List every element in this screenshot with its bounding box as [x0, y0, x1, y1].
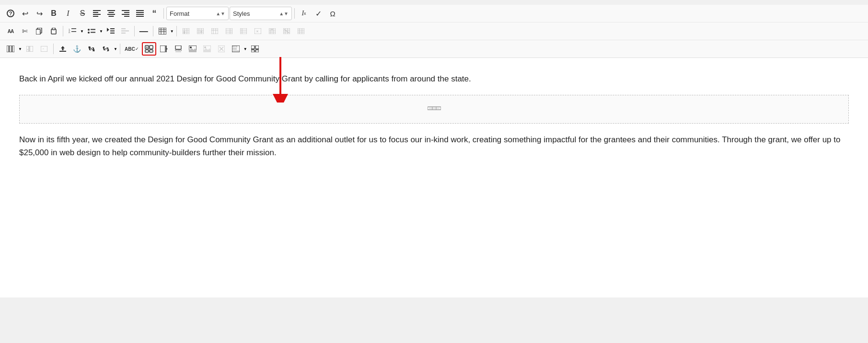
image-remove-button[interactable] [215, 42, 228, 56]
align-left-button[interactable] [90, 7, 104, 20]
col-icon-2[interactable]: * [37, 42, 51, 56]
blockquote-button[interactable]: “ [148, 7, 161, 20]
svg-rect-21 [71, 28, 76, 29]
svg-rect-0 [93, 10, 101, 11]
columns-arrow[interactable]: ▼ [18, 47, 22, 51]
table-icon-7[interactable] [266, 24, 279, 38]
image-button[interactable] [186, 42, 199, 56]
ordered-list-button[interactable]: 1.2. [66, 24, 79, 38]
paragraph-1: Back in April we kicked off our annual 2… [19, 72, 849, 85]
copy-button[interactable] [33, 24, 46, 38]
media-arrow[interactable]: ▼ [243, 47, 247, 51]
spellcheck-button[interactable]: ABC✓ [123, 42, 141, 56]
link-button[interactable] [99, 42, 113, 56]
svg-rect-97 [145, 50, 149, 52]
svg-text:✕: ✕ [256, 30, 259, 33]
svg-rect-8 [122, 10, 129, 11]
svg-rect-119 [232, 48, 237, 50]
svg-rect-9 [124, 12, 129, 13]
table-icon-6[interactable]: ✕ [251, 24, 265, 38]
link-arrow[interactable]: ▼ [114, 47, 117, 51]
svg-rect-101 [160, 46, 165, 52]
svg-rect-4 [107, 10, 115, 11]
separator-7 [53, 44, 54, 54]
bold-button[interactable]: B [47, 7, 60, 20]
align-center-button[interactable] [104, 7, 118, 20]
page-break-button[interactable] [172, 42, 185, 56]
styles-dropdown-arrow: ▲▼ [279, 11, 289, 16]
iframe-button[interactable] [157, 42, 171, 56]
svg-rect-87 [30, 46, 33, 52]
table-arrow[interactable]: ▼ [170, 29, 174, 34]
anchor-button[interactable]: ⚓ [70, 42, 84, 56]
svg-rect-11 [124, 16, 129, 17]
col-icon-1[interactable]: + [23, 42, 36, 56]
svg-rect-83 [7, 46, 9, 52]
special-chars-button[interactable]: Ω [326, 7, 339, 20]
svg-marker-103 [166, 48, 168, 50]
unordered-list-arrow[interactable]: ▼ [99, 29, 103, 34]
svg-rect-56 [226, 28, 232, 34]
toolbar-row-2: AA ✄ 1.2. ▼ ▼ [0, 23, 868, 40]
svg-rect-1 [93, 12, 98, 13]
table-button[interactable] [156, 24, 169, 38]
find-replace-button[interactable] [142, 42, 156, 56]
image-placeholder-button[interactable] [200, 42, 214, 56]
svg-rect-104 [175, 46, 181, 49]
help-button[interactable]: ? [4, 7, 17, 20]
svg-rect-12 [136, 10, 144, 11]
undo-button[interactable]: ↩ [18, 7, 32, 20]
svg-text:*: * [43, 48, 44, 51]
align-right-button[interactable] [119, 7, 132, 20]
svg-rect-121 [251, 46, 255, 49]
indent-button[interactable] [104, 24, 117, 38]
remove-format-button[interactable]: ✓ [312, 7, 325, 20]
unlink-button[interactable] [85, 42, 98, 56]
svg-rect-98 [150, 50, 153, 52]
separator-6 [176, 26, 177, 36]
table-icon-8[interactable] [280, 24, 293, 38]
svg-marker-112 [203, 48, 211, 52]
separator-4 [134, 26, 135, 36]
table-icon-4[interactable] [222, 24, 236, 38]
outdent-button[interactable] [118, 24, 132, 38]
widget-button[interactable] [248, 42, 262, 56]
svg-rect-120 [232, 50, 240, 52]
unordered-list-button[interactable] [85, 24, 98, 38]
paste-button[interactable] [47, 24, 60, 38]
redo-button[interactable]: ↪ [33, 7, 46, 20]
svg-rect-6 [107, 14, 115, 15]
svg-rect-13 [136, 12, 144, 13]
columns-button[interactable] [4, 42, 17, 56]
media-button[interactable] [229, 42, 243, 56]
svg-rect-15 [136, 16, 144, 17]
editor-content[interactable]: Back in April we kicked off our annual 2… [0, 58, 868, 297]
italic-button[interactable]: I [61, 7, 75, 20]
table-icon-2[interactable]: ✕ [194, 24, 207, 38]
hr-button[interactable]: — [137, 24, 150, 38]
svg-rect-14 [136, 14, 144, 15]
separator-5 [153, 26, 153, 36]
svg-rect-78 [298, 28, 304, 34]
svg-rect-10 [122, 14, 129, 15]
svg-rect-31 [110, 33, 115, 34]
table-icon-3[interactable] [208, 24, 221, 38]
justify-button[interactable] [133, 7, 147, 20]
table-icon-1[interactable] [179, 24, 193, 38]
cut-button[interactable]: ✄ [18, 24, 32, 38]
table-icon-9[interactable] [294, 24, 308, 38]
svg-rect-122 [255, 46, 259, 49]
clear-formatting-button[interactable]: Ix [297, 7, 311, 20]
upload-button[interactable] [56, 42, 69, 56]
page-break-placeholder [19, 95, 849, 124]
format-dropdown[interactable]: Format ▲▼ [166, 7, 229, 20]
font-size-button[interactable]: AA [4, 24, 17, 38]
svg-rect-92 [59, 51, 66, 52]
ordered-list-arrow[interactable]: ▼ [80, 29, 84, 34]
table-icon-5[interactable] [237, 24, 250, 38]
svg-text:✕: ✕ [200, 30, 203, 34]
styles-dropdown[interactable]: Styles ▲▼ [230, 7, 292, 20]
strikethrough-button[interactable]: S [76, 7, 89, 20]
svg-rect-123 [251, 50, 255, 52]
separator-2 [294, 8, 295, 19]
